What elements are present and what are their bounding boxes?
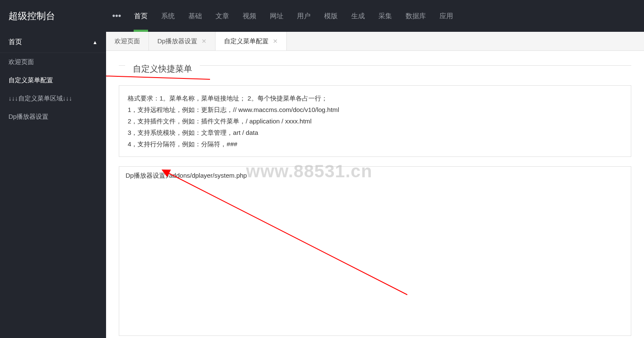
logo: 超级控制台	[0, 10, 106, 22]
nav-item-1[interactable]: 系统	[154, 0, 182, 32]
info-line: 3，支持系统模块，例如：文章管理，art / data	[128, 127, 622, 138]
tab-2[interactable]: 自定义菜单配置✕	[216, 32, 287, 50]
tab-label: 自定义菜单配置	[224, 37, 269, 45]
nav-items: 首页系统基础文章视频网址用户模版生成采集数据库应用	[127, 0, 460, 32]
tabs: 欢迎页面Dp播放器设置✕自定义菜单配置✕	[106, 32, 644, 51]
nav-item-3[interactable]: 文章	[209, 0, 236, 32]
nav-item-7[interactable]: 模版	[317, 0, 344, 32]
chevron-up-icon: ▲	[92, 39, 98, 45]
nav-item-8[interactable]: 生成	[344, 0, 372, 32]
nav-ellipsis-icon[interactable]: •••	[106, 11, 127, 21]
close-icon[interactable]: ✕	[202, 38, 207, 45]
svg-line-1	[106, 75, 210, 79]
sidebar: 首页 ▲ 欢迎页面自定义菜单配置↓↓↓自定义菜单区域↓↓↓Dp播放器设置	[0, 32, 106, 338]
tab-label: Dp播放器设置	[157, 37, 197, 45]
info-line: 4，支持行分隔符，例如：分隔符，###	[128, 138, 622, 150]
tab-1[interactable]: Dp播放器设置✕	[149, 32, 216, 50]
nav-item-4[interactable]: 视频	[236, 0, 263, 32]
top-nav: 超级控制台 ••• 首页系统基础文章视频网址用户模版生成采集数据库应用	[0, 0, 644, 32]
sidebar-item-3[interactable]: Dp播放器设置	[0, 108, 106, 126]
nav-item-10[interactable]: 数据库	[399, 0, 433, 32]
nav-item-2[interactable]: 基础	[182, 0, 209, 32]
section-title: 自定义快捷菜单	[125, 63, 200, 75]
config-textarea[interactable]	[119, 166, 631, 336]
page-content: 自定义快捷菜单 格式要求：1。菜单名称，菜单链接地址； 2。每个快捷菜单各占一行…	[106, 51, 644, 338]
tab-0[interactable]: 欢迎页面	[106, 32, 149, 50]
info-line: 2，支持插件文件，例如：插件文件菜单，/ application / xxxx.…	[128, 115, 622, 127]
nav-item-6[interactable]: 用户	[290, 0, 317, 32]
sidebar-header[interactable]: 首页 ▲	[0, 32, 106, 53]
close-icon[interactable]: ✕	[273, 38, 278, 45]
sidebar-header-label: 首页	[8, 38, 22, 47]
sidebar-item-1[interactable]: 自定义菜单配置	[0, 71, 106, 89]
nav-item-9[interactable]: 采集	[372, 0, 399, 32]
sidebar-item-2[interactable]: ↓↓↓自定义菜单区域↓↓↓	[0, 89, 106, 108]
nav-item-0[interactable]: 首页	[127, 0, 154, 32]
info-line: 格式要求：1。菜单名称，菜单链接地址； 2。每个快捷菜单各占一行；	[128, 92, 622, 104]
info-box: 格式要求：1。菜单名称，菜单链接地址； 2。每个快捷菜单各占一行；1，支持远程地…	[119, 85, 631, 157]
nav-item-11[interactable]: 应用	[433, 0, 460, 32]
tab-label: 欢迎页面	[115, 37, 140, 45]
content-area: 欢迎页面Dp播放器设置✕自定义菜单配置✕ 自定义快捷菜单 格式要求：1。菜单名称…	[106, 32, 644, 338]
nav-item-5[interactable]: 网址	[263, 0, 290, 32]
info-line: 1，支持远程地址，例如：更新日志，// www.maccms.com/doc/v…	[128, 104, 622, 115]
sidebar-item-0[interactable]: 欢迎页面	[0, 53, 106, 71]
